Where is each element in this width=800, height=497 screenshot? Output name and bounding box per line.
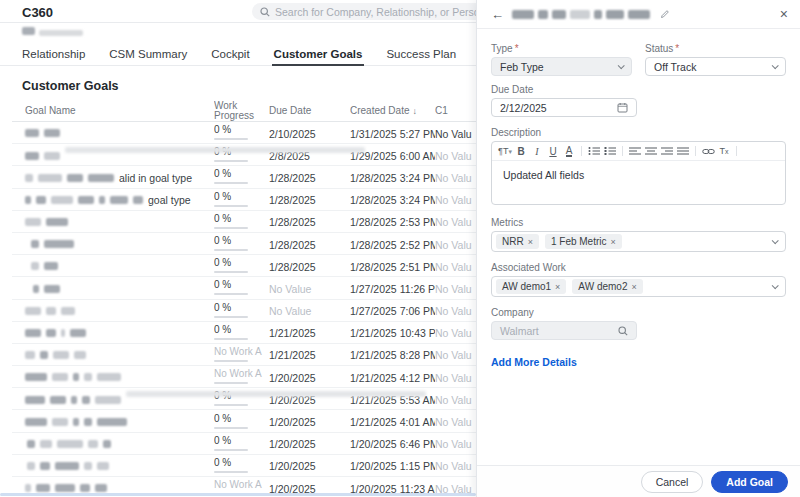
table-row[interactable]: No Work A1/21/20251/21/2025 8:28 PMNo Va… <box>12 344 532 366</box>
work-progress-cell: 0 % <box>214 169 269 184</box>
tab-relationship[interactable]: Relationship <box>22 43 85 65</box>
table-row[interactable]: 0 %1/21/20251/21/2025 10:43 PMNo Valu <box>12 322 532 344</box>
redacted-text <box>82 396 90 404</box>
due-date-cell: 1/21/2025 <box>269 323 350 341</box>
metric-tag: NRR× <box>496 234 539 249</box>
goal-name-text: goal type <box>148 194 191 206</box>
table-row[interactable]: 0 %1/28/20251/28/2025 2:52 PMNo Valu <box>12 233 532 255</box>
cancel-button[interactable]: Cancel <box>641 471 704 493</box>
italic-icon[interactable]: I <box>530 145 544 157</box>
associated-work-multiselect[interactable]: AW demo1×AW demo2× <box>491 276 786 297</box>
bullet-list-icon[interactable] <box>587 145 601 157</box>
table-row[interactable]: No Work A1/20/20251/21/2025 4:12 PMNo Va… <box>12 366 532 388</box>
tab-customer-goals[interactable]: Customer Goals <box>274 43 363 65</box>
created-date-cell: 1/31/2025 5:27 PM <box>350 124 435 142</box>
tab-csm-summary[interactable]: CSM Summary <box>109 43 187 65</box>
tab-cockpit[interactable]: Cockpit <box>211 43 249 65</box>
required-asterisk: * <box>675 43 679 54</box>
table-row[interactable]: 0 %2/10/20251/31/2025 5:27 PMNo Valu <box>12 122 532 144</box>
company-input[interactable]: Walmart <box>491 321 637 340</box>
created-date-cell: 1/27/2025 7:06 PM <box>350 301 435 319</box>
add-more-details-link[interactable]: Add More Details <box>491 356 577 368</box>
table-row[interactable]: 0 %1/20/20251/21/2025 5:53 AMNo Valu <box>12 388 532 410</box>
created-date-cell: 1/28/2025 2:53 PM <box>350 212 435 230</box>
text-style-icon[interactable]: ¶T▾ <box>498 145 512 157</box>
remove-tag-icon[interactable]: × <box>528 237 533 247</box>
clear-formatting-icon[interactable]: Tx <box>717 145 731 157</box>
redacted-text <box>46 329 56 337</box>
remove-tag-icon[interactable]: × <box>555 282 560 292</box>
status-select[interactable]: Off Track <box>645 57 786 76</box>
sort-desc-icon[interactable]: ↓ <box>412 106 417 116</box>
column-header-due-date[interactable]: Due Date <box>269 106 350 116</box>
redacted-text <box>25 396 45 404</box>
redacted-text <box>71 396 77 404</box>
align-right-icon[interactable] <box>660 145 674 157</box>
back-arrow-icon[interactable]: ← <box>491 8 504 21</box>
progress-bar <box>214 360 248 362</box>
work-progress-cell: 0 % <box>214 325 269 340</box>
table-row[interactable]: 0 %1/28/20251/28/2025 2:51 PMNo Valu <box>12 255 532 277</box>
column-header-goal-name[interactable]: Goal Name <box>12 106 214 116</box>
column-header-created-date[interactable]: Created Date↓ <box>350 106 435 116</box>
redacted-text <box>103 440 111 448</box>
align-left-icon[interactable] <box>628 145 642 157</box>
chevron-down-icon <box>772 282 779 289</box>
metrics-multiselect[interactable]: NRR×1 Feb Metric× <box>491 231 786 252</box>
font-color-icon[interactable]: A <box>562 145 576 157</box>
redacted-subtext <box>65 147 214 153</box>
add-goal-button[interactable]: Add Goal <box>711 471 788 493</box>
table-row[interactable]: 0 %1/20/20251/20/2025 6:46 PMNo Valu <box>12 433 532 455</box>
justify-icon[interactable] <box>676 145 690 157</box>
progress-bar <box>214 271 248 273</box>
edit-title-pencil-icon[interactable] <box>660 5 670 23</box>
redacted-text <box>25 484 31 492</box>
remove-tag-icon[interactable]: × <box>631 282 636 292</box>
column-header-work-progress[interactable]: Work Progress <box>214 101 269 121</box>
redacted-text <box>61 329 65 337</box>
numbered-list-icon[interactable] <box>603 145 617 157</box>
due-date-input[interactable]: 2/12/2025 <box>491 98 637 117</box>
redacted-text <box>38 174 62 182</box>
table-body: 0 %2/10/20251/31/2025 5:27 PMNo Valu0 %2… <box>12 122 532 497</box>
calendar-icon[interactable] <box>617 102 628 113</box>
search-placeholder: Search for Company, Relationship, or Per… <box>275 6 486 18</box>
created-date-cell: 1/21/2025 8:28 PM <box>350 345 435 363</box>
redacted-text <box>25 129 39 137</box>
due-date-cell: No Value <box>269 279 350 297</box>
align-center-icon[interactable] <box>644 145 658 157</box>
goal-name-cell <box>12 390 214 408</box>
progress-bar <box>214 449 248 451</box>
table-row[interactable]: 0 %1/28/20251/28/2025 2:53 PMNo Valu <box>12 211 532 233</box>
chevron-down-icon <box>772 62 779 69</box>
remove-tag-icon[interactable]: × <box>611 237 616 247</box>
work-progress-cell: 0 % <box>214 280 269 295</box>
due-date-cell: 1/28/2025 <box>269 168 350 186</box>
tab-success-plan[interactable]: Success Plan <box>386 43 456 65</box>
associated-work-field: Associated Work AW demo1×AW demo2× <box>491 262 786 297</box>
redacted-text <box>55 484 75 492</box>
metric-tag: 1 Feb Metric× <box>545 234 622 249</box>
redacted-text <box>84 418 92 426</box>
close-icon[interactable]: × <box>780 7 788 21</box>
table-row[interactable]: 0 %2/8/20251/29/2025 6:00 AMNo Valu <box>12 144 532 166</box>
redacted-text <box>133 196 143 204</box>
insert-link-icon[interactable] <box>701 145 715 157</box>
horizontal-scrollbar[interactable] <box>0 493 476 496</box>
table-row[interactable]: goal type0 %1/28/20251/28/2025 3:24 PMNo… <box>12 189 532 211</box>
progress-bar <box>214 293 248 295</box>
due-date-cell: 1/20/2025 <box>269 412 350 430</box>
bold-icon[interactable]: B <box>514 145 528 157</box>
progress-bar <box>214 338 248 340</box>
due-date-cell: 1/28/2025 <box>269 212 350 230</box>
underline-icon[interactable]: U <box>546 145 560 157</box>
description-text[interactable]: Updated All fields <box>492 161 785 189</box>
table-row[interactable]: alid in goal type0 %1/28/20251/28/2025 3… <box>12 166 532 188</box>
table-row[interactable]: 0 %No Value1/27/2025 11:26 PMNo Valu <box>12 277 532 299</box>
progress-bar <box>214 471 248 473</box>
table-row[interactable]: 0 %No Value1/27/2025 7:06 PMNo Valu <box>12 300 532 322</box>
type-select[interactable]: Feb Type <box>491 57 632 76</box>
table-row[interactable]: 0 %1/20/20251/20/2025 1:15 PMNo Valu <box>12 455 532 477</box>
progress-bar <box>214 249 248 251</box>
table-row[interactable]: 0 %1/20/20251/21/2025 4:01 AMNo Valu <box>12 410 532 432</box>
